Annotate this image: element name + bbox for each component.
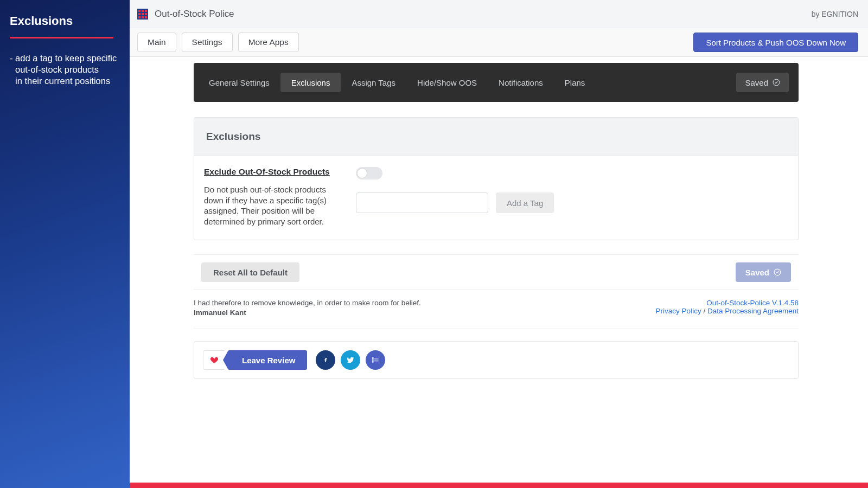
sidebar-title: Exclusions [10, 14, 120, 28]
app-title: Out-of-Stock Police [155, 9, 234, 20]
check-circle-icon [774, 268, 781, 276]
dpa-link[interactable]: Data Processing Agreement [707, 307, 799, 315]
footer-quote: I had therefore to remove knowledge, in … [194, 299, 421, 307]
svg-point-2 [373, 358, 374, 359]
vendor-byline: by EGNITION [812, 10, 858, 18]
content: General Settings Exclusions Assign Tags … [130, 57, 868, 488]
card-header: Exclusions [194, 118, 798, 156]
svg-point-6 [373, 362, 374, 363]
footer-row: I had therefore to remove knowledge, in … [194, 293, 799, 317]
bottom-accent-bar [130, 483, 868, 488]
saved-status-label: Saved [745, 78, 768, 87]
heart-icon [203, 350, 225, 370]
tab-notifications[interactable]: Notifications [488, 73, 554, 92]
saved-status-pill-top: Saved [736, 73, 789, 92]
nav-settings-button[interactable]: Settings [182, 33, 233, 52]
list-icon[interactable] [366, 350, 385, 370]
tab-general-settings[interactable]: General Settings [198, 73, 280, 92]
tab-exclusions[interactable]: Exclusions [280, 73, 341, 92]
tag-input[interactable] [356, 192, 488, 213]
saved-label: Saved [745, 268, 769, 277]
topbar: Out-of-Stock Police by EGNITION [130, 0, 868, 28]
card-title: Exclusions [206, 131, 786, 143]
sidebar: Exclusions - add a tag to keep specific … [0, 0, 130, 488]
saved-status-button-bottom: Saved [736, 262, 791, 282]
privacy-policy-link[interactable]: Privacy Policy [656, 307, 701, 315]
footer-quote-author: Immanuel Kant [194, 309, 421, 317]
app-logo-icon [137, 9, 148, 20]
action-row: Reset All to Default Saved [194, 254, 799, 290]
add-tag-button[interactable]: Add a Tag [496, 192, 554, 213]
twitter-icon[interactable] [341, 350, 360, 370]
sidebar-description: - add a tag to keep specific out-of-stoc… [0, 38, 130, 87]
settings-tabbar: General Settings Exclusions Assign Tags … [194, 63, 799, 102]
main-area: Out-of-Stock Police by EGNITION Main Set… [130, 0, 868, 488]
check-circle-icon [773, 79, 780, 86]
tab-plans[interactable]: Plans [554, 73, 596, 92]
tab-assign-tags[interactable]: Assign Tags [341, 73, 406, 92]
svg-point-4 [373, 359, 374, 361]
divider [194, 329, 799, 329]
exclude-oos-title: Exclude Out-Of-Stock Products [204, 167, 342, 177]
reset-all-button[interactable]: Reset All to Default [201, 262, 299, 282]
facebook-icon[interactable] [316, 350, 335, 370]
footer-right: Out-of-Stock-Police V.1.4.58 Privacy Pol… [656, 299, 799, 317]
version-link[interactable]: Out-of-Stock-Police V.1.4.58 [706, 299, 799, 307]
exclude-oos-description: Do not push out-of-stock products down i… [204, 184, 342, 227]
social-card: Leave Review [194, 341, 799, 379]
exclusions-card: Exclusions Exclude Out-Of-Stock Products… [194, 117, 799, 240]
footer-left: I had therefore to remove knowledge, in … [194, 299, 421, 317]
sort-push-oos-button[interactable]: Sort Products & Push OOS Down Now [693, 33, 858, 52]
navbar: Main Settings More Apps Sort Products & … [130, 28, 868, 57]
nav-main-button[interactable]: Main [137, 33, 176, 52]
sidebar-desc-line2: out-of-stock products [10, 64, 120, 75]
sidebar-desc-line1: - add a tag to keep specific [10, 53, 120, 64]
sidebar-desc-line3: in their current positions [10, 75, 120, 87]
nav-more-apps-button[interactable]: More Apps [238, 33, 299, 52]
leave-review-button[interactable]: Leave Review [228, 350, 307, 370]
toggle-knob [357, 168, 367, 178]
footer-sep: / [701, 307, 707, 315]
tab-hide-show-oos[interactable]: Hide/Show OOS [406, 73, 488, 92]
exclude-oos-toggle[interactable] [356, 167, 382, 179]
